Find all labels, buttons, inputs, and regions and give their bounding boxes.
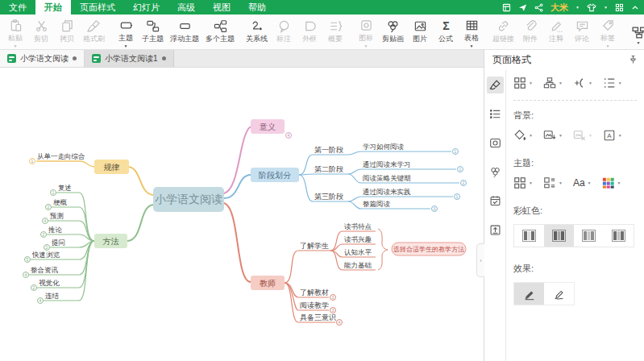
layout-orgchart-button[interactable]: ▼: [543, 77, 563, 89]
background-remove-image-button[interactable]: ▼: [573, 129, 592, 142]
hyperlink-button[interactable]: 超链接: [489, 15, 517, 48]
teacher-subtopic[interactable]: 阅读教学: [300, 301, 329, 309]
share-send-icon[interactable]: [518, 3, 527, 12]
rail-task-button[interactable]: [487, 193, 504, 210]
rainbow-option-1[interactable]: [514, 225, 544, 247]
stage-leaf[interactable]: 学习如何阅读: [363, 143, 405, 151]
picture-button[interactable]: 图片: [407, 15, 433, 48]
attachment-button[interactable]: 附件: [517, 15, 543, 48]
effect-option-sketch[interactable]: [544, 283, 574, 305]
menu-home[interactable]: 开始: [35, 0, 71, 15]
collapse-badge[interactable]: 1: [30, 159, 35, 164]
paste-button[interactable]: 粘贴 ▼: [2, 15, 28, 48]
stage-collapse-badges[interactable]: [432, 149, 467, 212]
subtopic-button[interactable]: 子主题: [139, 15, 167, 48]
method-leaf[interactable]: 连结: [45, 292, 60, 300]
theme-layout-button[interactable]: ▼: [543, 176, 563, 189]
equation-button[interactable]: Σ 公式: [433, 15, 459, 48]
stage-leaf[interactable]: 通过阅读来实践: [363, 188, 411, 196]
document-tab-2[interactable]: 小学语文阅读1: [85, 50, 174, 67]
menu-help[interactable]: 帮助: [239, 0, 275, 15]
clipart-button[interactable]: 剪贴画: [379, 15, 407, 48]
layout-branch-button[interactable]: ▼: [573, 77, 592, 89]
callout-button[interactable]: 标注: [271, 15, 297, 48]
central-topic[interactable]: 小学语文阅读: [153, 187, 224, 212]
tag-button[interactable]: 标签 ▼: [595, 15, 621, 48]
collapse-ribbon-icon[interactable]: [631, 4, 639, 11]
layout-structure-button[interactable]: ▼: [513, 77, 533, 89]
stage-topic[interactable]: 第二阶段: [314, 165, 343, 173]
rainbow-option-4[interactable]: [604, 225, 634, 247]
student-leaf[interactable]: 读书兴趣: [344, 235, 372, 243]
pin-icon[interactable]: [629, 53, 638, 68]
topic-rule-child[interactable]: 从单一走向综合: [37, 152, 85, 160]
stage-leaf[interactable]: 整篇阅读: [363, 200, 391, 208]
method-leaf[interactable]: 整合资讯: [31, 266, 59, 274]
floating-topic-button[interactable]: 浮动主题: [167, 15, 202, 48]
topic-stages[interactable]: 阶段划分: [251, 168, 299, 182]
topic-button[interactable]: 主题 ▼: [113, 15, 139, 48]
background-watermark-button[interactable]: A▼: [603, 129, 622, 142]
theme-font-button[interactable]: Aa▼: [573, 177, 592, 189]
boundary-button[interactable]: 外框: [297, 15, 322, 48]
topic-method[interactable]: 方法: [94, 234, 127, 248]
menu-view[interactable]: 视图: [204, 0, 239, 15]
window-mode-icon[interactable]: [502, 3, 511, 12]
method-leaf[interactable]: 梗概: [53, 198, 68, 206]
format-painter-button[interactable]: 格式刷: [80, 15, 108, 48]
rail-clipart-button[interactable]: [487, 164, 504, 180]
mindmap-canvas[interactable]: 规律 从单一走向综合 1 方法 复述 梗概 预测 推论 提问 快速浏览 整合资讯…: [0, 68, 484, 361]
relationship-button[interactable]: 关系线: [243, 15, 271, 48]
menu-advanced[interactable]: 高级: [168, 0, 204, 15]
teacher-subtopic[interactable]: 具备三意识: [300, 313, 336, 322]
stage-leaf[interactable]: 通过阅读来学习: [363, 160, 411, 168]
notes-button[interactable]: 注释: [543, 15, 569, 48]
student-leaf[interactable]: 认知水平: [344, 248, 372, 256]
panel-collapse-handle[interactable]: ›: [476, 243, 484, 277]
layout-numbering-button[interactable]: ▼: [603, 77, 622, 89]
student-leaf[interactable]: 能力基础: [343, 261, 372, 269]
method-leaf[interactable]: 视觉化: [39, 279, 60, 287]
background-fill-button[interactable]: ▼: [513, 129, 533, 142]
method-leaf[interactable]: 快速浏览: [31, 251, 60, 259]
method-leaf[interactable]: 预测: [49, 212, 64, 220]
rail-list-button[interactable]: [487, 106, 504, 122]
username[interactable]: 大米: [551, 2, 568, 14]
menu-page-style[interactable]: 页面样式: [71, 0, 124, 15]
copy-button[interactable]: 拷贝: [54, 15, 80, 48]
menu-slides[interactable]: 幻灯片: [124, 0, 168, 15]
structure-button[interactable]: ▼: [625, 15, 644, 48]
collapse-badge[interactable]: 4: [286, 133, 292, 139]
user-dropdown-caret[interactable]: ▼: [575, 5, 580, 10]
theme-color-button[interactable]: ▼: [602, 176, 621, 189]
topic-meaning[interactable]: 意义: [251, 119, 285, 134]
rainbow-option-2[interactable]: [544, 225, 574, 247]
rail-image-button[interactable]: [487, 135, 504, 151]
marker-button[interactable]: 图标 ▼: [353, 15, 379, 48]
method-leaf[interactable]: 推论: [48, 226, 63, 234]
multi-topic-button[interactable]: 多个主题: [202, 15, 238, 48]
stage-topic[interactable]: 第三阶段: [314, 193, 343, 201]
cut-button[interactable]: 剪切: [28, 15, 54, 48]
topic-teacher[interactable]: 教师: [251, 276, 285, 290]
stage-leaf[interactable]: 阅读策略关键期: [363, 174, 411, 182]
method-leaf[interactable]: 复述: [58, 184, 72, 192]
skin-dropdown-caret[interactable]: ▼: [604, 5, 608, 10]
student-leaf[interactable]: 读书特点: [344, 222, 372, 230]
teacher-subtopic[interactable]: 了解教材: [300, 288, 329, 297]
document-tab-1[interactable]: 小学语文阅读: [0, 50, 85, 67]
theme-gallery-button[interactable]: ▼: [513, 176, 533, 189]
share-nodes-icon[interactable]: [534, 3, 543, 12]
table-button[interactable]: 表格 ▼: [459, 15, 484, 48]
background-image-button[interactable]: ▼: [543, 129, 563, 142]
stage-topic[interactable]: 第一阶段: [314, 146, 343, 154]
comment-button[interactable]: 评论: [569, 15, 595, 48]
rail-export-button[interactable]: [487, 222, 504, 239]
teacher-subtopic[interactable]: 了解学生: [300, 242, 329, 250]
effect-option-solid[interactable]: [514, 283, 544, 305]
rainbow-option-3[interactable]: [574, 225, 604, 247]
apps-grid-icon[interactable]: [615, 3, 624, 12]
menu-file[interactable]: 文件: [0, 0, 35, 15]
skin-icon[interactable]: [587, 3, 596, 12]
summary-button[interactable]: 概要: [322, 15, 348, 48]
